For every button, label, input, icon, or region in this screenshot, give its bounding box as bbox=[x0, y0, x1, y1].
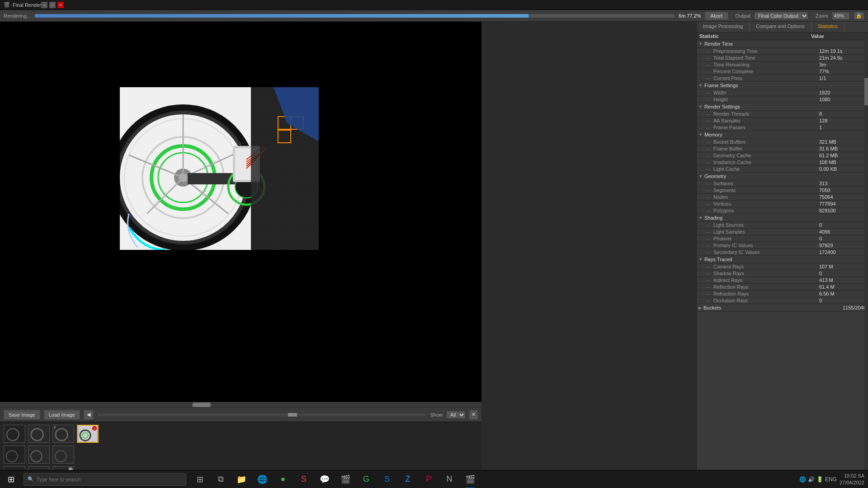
group-label: Frame Settings bbox=[704, 83, 738, 88]
header-value: Value bbox=[811, 33, 865, 39]
vscroll-thumb[interactable] bbox=[864, 78, 868, 105]
output-select[interactable]: Final Color Output bbox=[754, 12, 808, 20]
stat-irradiance-cache: — Irradiance Cache 108 MB bbox=[697, 159, 868, 166]
thumbnail-6[interactable] bbox=[28, 446, 50, 464]
taskbar-app-5[interactable]: S bbox=[294, 470, 314, 488]
group-rays-traced[interactable]: ▼ Rays Traced bbox=[697, 256, 868, 263]
expand-arrow: ▼ bbox=[698, 42, 703, 46]
bottom-toolbar: Save Image Load Image ◀ Show All ✕ bbox=[0, 407, 481, 422]
battery-icon: 🔋 bbox=[816, 476, 823, 483]
show-label: Show bbox=[430, 412, 443, 418]
vertical-scrollbar[interactable] bbox=[864, 33, 868, 488]
tab-compare-options[interactable]: Compare and Options bbox=[750, 22, 811, 32]
taskbar-zoom[interactable]: Z bbox=[398, 470, 418, 488]
show-close-button[interactable]: ✕ bbox=[469, 410, 478, 420]
minimize-button[interactable]: ─ bbox=[41, 2, 47, 8]
hscroll-thumb[interactable] bbox=[193, 403, 211, 407]
load-image-button[interactable]: Load Image bbox=[44, 410, 80, 420]
stat-occlusion-rays: — Occlusion Rays 0 bbox=[697, 297, 868, 304]
tab-statistics[interactable]: Statistics bbox=[811, 22, 844, 32]
stat-time-remaining: — Time Remaining 3m bbox=[697, 61, 868, 68]
taskbar-edge[interactable]: 🌐 bbox=[252, 470, 272, 488]
group-label: Buckets bbox=[703, 305, 721, 310]
taskbar-powerpoint[interactable]: P bbox=[419, 470, 439, 488]
title-bar: 🎬 Final Render ─ □ ✕ bbox=[0, 0, 868, 10]
thumbnail-4[interactable]: 0 bbox=[77, 425, 99, 443]
image-scrollbar[interactable] bbox=[97, 413, 427, 417]
stats-tabs: Image Processing Compare and Options Sta… bbox=[697, 22, 868, 33]
stat-photons: — Photons 0 bbox=[697, 235, 868, 242]
group-shading[interactable]: ▼ Shading bbox=[697, 214, 868, 222]
maximize-button[interactable]: □ bbox=[49, 2, 56, 8]
taskbar-windows-button[interactable]: ⊞ bbox=[190, 470, 210, 488]
stat-geometry-cache: — Geometry Cache 61.2 MB bbox=[697, 152, 868, 159]
stat-aa-samples: — AA Samples 128 bbox=[697, 117, 868, 124]
taskbar-app-11[interactable]: N bbox=[439, 470, 459, 488]
thumbnail-2[interactable] bbox=[28, 425, 50, 443]
abort-button[interactable]: Abort bbox=[705, 12, 728, 20]
taskbar-chrome[interactable]: ● bbox=[273, 470, 293, 488]
horizontal-scrollbar[interactable] bbox=[0, 402, 481, 407]
taskbar-task-view[interactable]: ⧉ bbox=[211, 470, 231, 488]
stat-render-threads: — Render Threads 8 bbox=[697, 111, 868, 117]
group-render-settings[interactable]: ▼ Render Settings bbox=[697, 103, 868, 111]
render-image bbox=[120, 87, 319, 250]
group-label: Rays Traced bbox=[704, 257, 732, 262]
start-button[interactable]: ⊞ bbox=[0, 470, 22, 488]
render-canvas bbox=[0, 22, 481, 402]
thumbnail-empty-1 bbox=[77, 446, 99, 464]
svg-rect-42 bbox=[28, 446, 49, 463]
zoom-lock-button[interactable]: 🔒 bbox=[854, 12, 864, 20]
header-statistic: Statistic bbox=[699, 33, 811, 39]
stat-frame-buffer: — Frame Buffer 31.6 MB bbox=[697, 145, 868, 152]
group-memory[interactable]: ▼ Memory bbox=[697, 131, 868, 139]
taskbar-app-6[interactable]: 💬 bbox=[315, 470, 335, 488]
stats-table: ▼ Render Time — Preprocessing Time 12m 1… bbox=[697, 40, 868, 488]
thumbnail-1[interactable] bbox=[4, 425, 25, 443]
tab-image-processing[interactable]: Image Processing bbox=[697, 22, 750, 32]
show-select[interactable]: All bbox=[446, 411, 466, 419]
stat-frame-passes: — Frame Passes 1 bbox=[697, 124, 868, 131]
group-buckets[interactable]: ▶ Buckets 1155/2040 bbox=[697, 304, 868, 312]
output-label: Output bbox=[736, 13, 750, 19]
search-box[interactable]: 🔍 bbox=[24, 473, 186, 486]
taskbar-app-9[interactable]: S bbox=[377, 470, 397, 488]
stat-light-samples: — Light Samples 4096 bbox=[697, 229, 868, 235]
stat-current-pass: — Current Pass 1/1 bbox=[697, 75, 868, 82]
save-image-button[interactable]: Save Image bbox=[4, 410, 40, 420]
clock-time: 10:02 SA bbox=[840, 473, 864, 479]
thumbnail-5[interactable] bbox=[4, 446, 25, 464]
taskbar-finalrender[interactable]: 🎬 bbox=[460, 470, 480, 488]
close-button[interactable]: ✕ bbox=[57, 2, 64, 8]
group-label: Shading bbox=[704, 215, 722, 221]
stat-vertices: — Vertices 777894 bbox=[697, 201, 868, 207]
stat-light-cache: — Light Cache 0.00 KB bbox=[697, 166, 868, 173]
stat-surfaces: — Surfaces 313 bbox=[697, 180, 868, 187]
search-input[interactable] bbox=[37, 477, 182, 482]
image-scroll-thumb[interactable] bbox=[288, 413, 297, 417]
taskbar-app-8[interactable]: G bbox=[356, 470, 376, 488]
stat-nodes: — Nodes 75064 bbox=[697, 194, 868, 201]
taskbar-app-7[interactable]: 🎬 bbox=[335, 470, 355, 488]
group-render-time[interactable]: ▼ Render Time bbox=[697, 40, 868, 48]
buckets-value: 1155/2040 bbox=[843, 305, 866, 310]
stat-total-elapsed: — Total Elapsed Time 21m 24.9s bbox=[697, 55, 868, 61]
stat-percent-complete: — Percent Complete 77% bbox=[697, 68, 868, 75]
group-geometry[interactable]: ▼ Geometry bbox=[697, 173, 868, 180]
thumbnail-3[interactable]: 7 bbox=[52, 425, 74, 443]
stat-primary-ic: — Primary IC Values 97829 bbox=[697, 242, 868, 249]
stat-refraction-rays: — Refraction Rays 6.56 M bbox=[697, 291, 868, 297]
stat-bucket-buffers: — Bucket Buffers 321 MB bbox=[697, 139, 868, 145]
thumbnail-7[interactable] bbox=[52, 446, 74, 464]
group-frame-settings[interactable]: ▼ Frame Settings bbox=[697, 82, 868, 89]
taskbar-right: 🌐 🔊 🔋 ENG 10:02 SA 27/04/2022 bbox=[799, 473, 868, 486]
taskbar-file-explorer[interactable]: 📁 bbox=[231, 470, 251, 488]
stat-indirect-rays: — Indirect Rays 413 M bbox=[697, 277, 868, 284]
group-label: Render Settings bbox=[704, 104, 740, 109]
clock-date: 27/04/2022 bbox=[840, 479, 864, 486]
zoom-input[interactable] bbox=[832, 12, 850, 20]
prev-button[interactable]: ◀ bbox=[84, 410, 94, 420]
main-area: Save Image Load Image ◀ Show All ✕ bbox=[0, 22, 868, 488]
zoom-label: Zoom bbox=[816, 13, 828, 19]
stat-camera-rays: — Camera Rays 107 M bbox=[697, 263, 868, 270]
